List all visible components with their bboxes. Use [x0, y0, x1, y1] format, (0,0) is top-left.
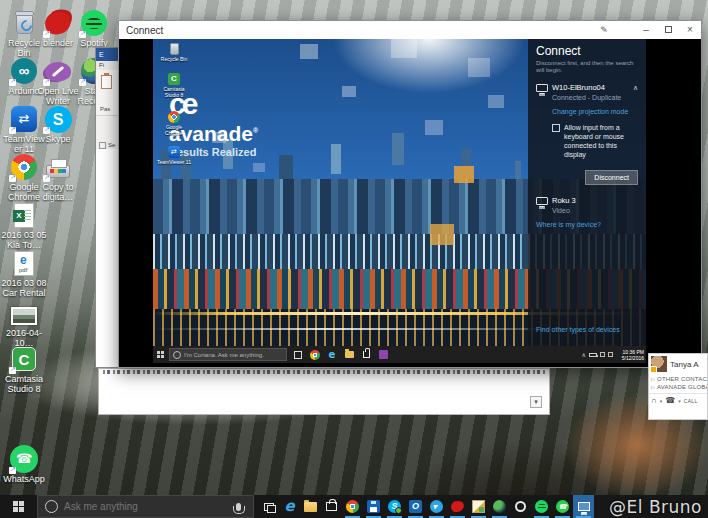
headset-icon[interactable]: ∩	[651, 397, 657, 405]
cortana-circle-icon	[45, 500, 58, 513]
call-controls: ∩▾ ☎▾ CALL	[649, 393, 707, 405]
connect-panel-title: Connect	[536, 44, 638, 58]
windows-desktop: Recycle Bin blender Spotify Arduino Open…	[0, 0, 708, 518]
window-title: Connect	[119, 25, 593, 36]
skype-icon	[43, 104, 73, 134]
contact-group-other[interactable]: ▷ OTHER CONTACT	[649, 374, 707, 382]
disconnect-button[interactable]: Disconnect	[585, 170, 638, 185]
desktop-icon-spotify[interactable]: Spotify	[71, 8, 117, 48]
spotify-icon[interactable]	[531, 495, 552, 518]
mirror-icon-camtasia[interactable]: C Camtasia Studio 8	[157, 71, 191, 98]
mirror-clock[interactable]: 10:36 PM 5/12/2016	[616, 349, 644, 361]
tray-chevron-icon[interactable]: ∧	[582, 351, 586, 358]
device-row-roku[interactable]: Roku 3	[536, 196, 638, 205]
app-tile-icon[interactable]	[378, 350, 388, 360]
background-window-ribbon: Pas	[96, 70, 119, 116]
shortcut-arrow-icon	[43, 175, 50, 182]
cortana-search-box[interactable]	[37, 495, 254, 518]
edge-icon[interactable]	[279, 495, 300, 518]
mirror-cortana-search[interactable]: I'm Cortana. Ask me anything.	[169, 348, 287, 361]
skype-icon[interactable]	[384, 495, 405, 518]
whatsapp-icon	[9, 444, 39, 474]
allow-input-row[interactable]: Allow input from a keyboard or mouse con…	[552, 123, 638, 159]
pen-icon[interactable]: ✎	[593, 21, 615, 39]
desktop-icon-pdf-file[interactable]: 2016 03 08 Car Rental K…	[1, 248, 47, 299]
desktop-icon-whatsapp[interactable]: WhatsApp	[1, 444, 47, 484]
expand-triangle-icon[interactable]: ▷	[651, 376, 655, 382]
desktop-icon-excel-file[interactable]: 2016 03 05 Kia To…	[1, 200, 47, 250]
close-button[interactable]: ×	[679, 21, 701, 39]
background-window-titlebar: E	[96, 48, 119, 61]
file-explorer-icon[interactable]	[344, 350, 354, 360]
change-projection-mode-link[interactable]: Change projection mode	[552, 108, 638, 115]
desktop-icon-skype[interactable]: Skype	[35, 104, 81, 144]
device-row-w10[interactable]: W10-ElBruno04 ∧	[536, 83, 638, 92]
desktop-icon-photo-file[interactable]: 2016-04-10…	[1, 298, 47, 348]
desktop-icon-copy-to-digital[interactable]: Copy to digita…	[35, 152, 81, 202]
notes-pad-icon[interactable]	[468, 495, 489, 518]
minimize-button[interactable]: –	[635, 21, 657, 39]
blender-icon[interactable]	[447, 495, 468, 518]
task-view-icon[interactable]	[258, 495, 279, 518]
chrome-icon[interactable]	[310, 350, 320, 360]
file-explorer-icon[interactable]	[300, 495, 321, 518]
allow-input-checkbox[interactable]	[552, 124, 560, 132]
clipped-text-line	[103, 370, 545, 374]
tray-icon	[608, 352, 613, 357]
mirror-system-tray[interactable]: ∧ 10:36 PM 5/12/2016	[582, 349, 646, 361]
where-is-my-device-link[interactable]: Where is my device?	[536, 221, 638, 228]
monitor-icon	[536, 197, 548, 205]
microphone-icon[interactable]	[236, 503, 241, 511]
edge-icon[interactable]	[327, 350, 337, 360]
live-writer-blue-icon[interactable]	[363, 495, 384, 518]
camtasia-icon: C	[157, 71, 191, 86]
watermark: @El Bruno	[609, 497, 702, 517]
teamviewer-icon: ⇄	[157, 144, 191, 159]
background-window-bottom-strip[interactable]: ▾	[98, 368, 550, 415]
telegram-icon[interactable]	[426, 495, 447, 518]
camtasia-icon	[9, 344, 39, 374]
connect-app-icon[interactable]	[573, 495, 594, 518]
paste-icon[interactable]	[101, 75, 112, 89]
opera-icon[interactable]	[510, 495, 531, 518]
dropdown-arrow-button[interactable]: ▾	[530, 396, 542, 408]
background-window-left-sliver[interactable]: E Fi Pas Se	[95, 47, 119, 368]
chevron-up-icon[interactable]: ∧	[633, 84, 638, 92]
contact-header[interactable]: Tanya A	[649, 354, 707, 374]
open-live-writer-icon	[43, 56, 73, 86]
maximize-button[interactable]	[657, 21, 679, 39]
battery-icon	[589, 353, 597, 357]
outlook-icon[interactable]	[405, 495, 426, 518]
task-view-icon[interactable]	[293, 350, 303, 360]
mirror-icon-teamviewer[interactable]: ⇄ TeamViewer 11	[157, 144, 191, 165]
chrome-icon[interactable]	[342, 495, 363, 518]
store-icon[interactable]	[321, 495, 342, 518]
recorder-globe-icon[interactable]	[489, 495, 510, 518]
cortana-circle-icon	[173, 351, 181, 359]
mirror-icon-recycle-bin[interactable]: Recycle Bin	[157, 41, 191, 62]
device-status: Video	[552, 207, 638, 214]
excel-file-icon	[9, 200, 39, 230]
start-button[interactable]	[0, 495, 36, 518]
search-input[interactable]	[64, 501, 232, 512]
expand-triangle-icon[interactable]: ▷	[651, 384, 655, 390]
contact-group-avanade[interactable]: ▷ AVANADE GLOBA	[649, 382, 707, 390]
shortcut-arrow-icon	[9, 467, 16, 474]
recycle-bin-icon	[157, 41, 191, 56]
desktop-icon-camtasia[interactable]: Camtasia Studio 8	[1, 344, 47, 394]
connect-window-titlebar[interactable]: Connect ✎ – ×	[119, 21, 701, 39]
shortcut-arrow-icon	[9, 367, 16, 374]
shortcut-arrow-icon	[79, 79, 86, 86]
skype-for-business-sliver: Tanya A ▷ OTHER CONTACT ▷ AVANADE GLOBA …	[648, 353, 708, 420]
phone-icon[interactable]: ☎	[665, 397, 675, 405]
store-icon[interactable]	[361, 350, 371, 360]
edge-pdf-file-icon	[9, 248, 39, 278]
blender-icon	[43, 8, 73, 38]
background-window-file-tab[interactable]: Fi	[96, 61, 119, 70]
whatsapp-icon[interactable]	[552, 495, 573, 518]
tray-icon	[600, 352, 605, 357]
mirror-start-button[interactable]	[153, 351, 169, 359]
find-other-devices-link[interactable]: Find other types of devices	[536, 326, 620, 333]
spotify-icon	[79, 8, 109, 38]
mirror-icon-chrome[interactable]: Google Chrome	[157, 109, 191, 136]
